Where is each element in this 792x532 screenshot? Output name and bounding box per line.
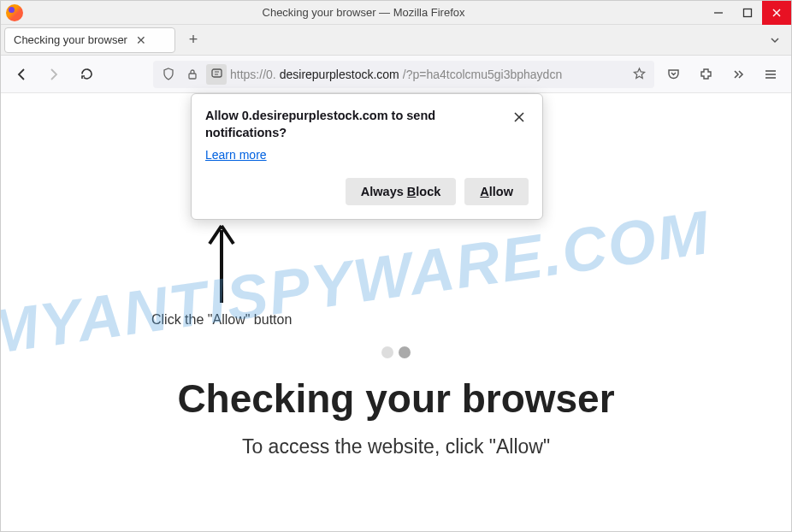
forward-button	[40, 61, 68, 88]
url-protocol: https://0.	[230, 68, 276, 81]
window-titlebar: Checking your browser — Mozilla Firefox	[1, 1, 791, 25]
firefox-icon	[6, 4, 23, 21]
tabs-dropdown-button[interactable]	[762, 27, 788, 53]
maximize-button[interactable]	[733, 1, 762, 25]
browser-tab[interactable]: Checking your browser ✕	[4, 27, 175, 53]
close-window-button[interactable]	[762, 1, 791, 25]
new-tab-button[interactable]: +	[180, 27, 206, 53]
pocket-button[interactable]	[659, 61, 687, 88]
learn-more-link[interactable]: Learn more	[205, 148, 267, 162]
notification-permission-popup: Allow 0.desirepurplestock.com to send no…	[191, 93, 543, 220]
back-button[interactable]	[8, 61, 35, 88]
loading-dot	[381, 346, 393, 358]
extensions-button[interactable]	[692, 61, 719, 88]
page-subtext: To access the website, click "Allow"	[1, 435, 791, 458]
svg-rect-5	[212, 69, 222, 77]
tab-bar: Checking your browser ✕ +	[1, 25, 791, 56]
loading-dots	[381, 346, 411, 358]
page-heading: Checking your browser	[1, 375, 791, 422]
svg-rect-1	[744, 9, 752, 16]
overflow-button[interactable]	[724, 61, 752, 88]
tab-title: Checking your browser	[14, 33, 127, 46]
shield-icon[interactable]	[158, 64, 179, 85]
window-title: Checking your browser — Mozilla Firefox	[23, 6, 704, 19]
url-path: /?p=ha4tcolcmu5gi3bphaydcn	[403, 68, 562, 81]
navigation-toolbar: https://0.desirepurplestock.com/?p=ha4tc…	[1, 56, 791, 93]
popup-title: Allow 0.desirepurplestock.com to send no…	[205, 108, 501, 141]
allow-button[interactable]: Allow	[464, 178, 529, 205]
watermark-text: MYANTISPYWARE.COM	[1, 197, 714, 368]
menu-button[interactable]	[757, 61, 784, 88]
popup-close-button[interactable]	[510, 108, 529, 127]
lock-icon[interactable]	[182, 64, 203, 85]
tab-close-icon[interactable]: ✕	[136, 33, 146, 47]
url-domain: desirepurplestock.com	[280, 68, 399, 81]
loading-dot	[399, 346, 411, 358]
bookmark-star-icon[interactable]	[629, 64, 649, 85]
minimize-button[interactable]	[704, 1, 733, 25]
svg-rect-4	[189, 74, 196, 79]
always-block-button[interactable]: Always Block	[346, 178, 457, 205]
address-bar[interactable]: https://0.desirepurplestock.com/?p=ha4tc…	[153, 61, 654, 88]
permissions-icon[interactable]	[206, 64, 227, 85]
reload-button[interactable]	[73, 61, 100, 88]
up-arrow-icon	[204, 222, 239, 307]
click-allow-text: Click the "Allow" button	[151, 312, 292, 328]
